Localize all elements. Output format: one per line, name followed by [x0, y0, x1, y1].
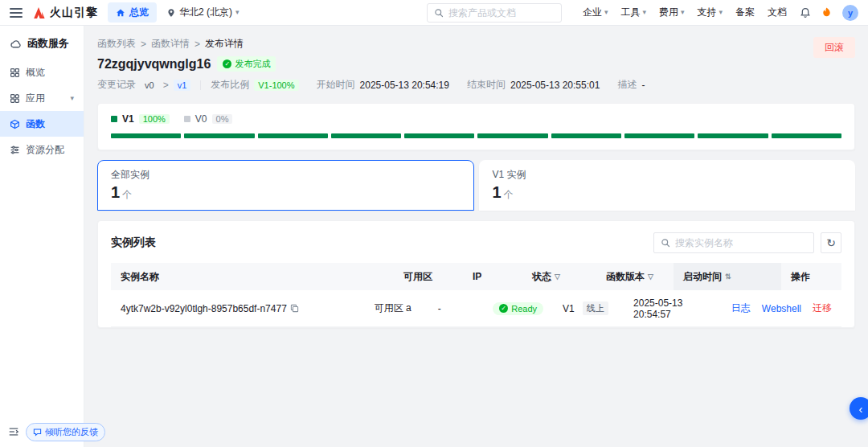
legend-v1-percent: 100%	[139, 114, 170, 124]
global-search	[427, 3, 562, 23]
cloud-service-icon	[10, 38, 22, 50]
search-icon	[434, 8, 444, 18]
progress-segment	[551, 133, 621, 138]
log-link[interactable]: 日志	[731, 301, 751, 315]
sort-icon[interactable]: ⇅	[725, 273, 731, 281]
sidebar-item-apps[interactable]: 应用 ▾	[0, 85, 84, 111]
sidebar-item-functions-label: 函数	[26, 117, 45, 131]
title-row: 72zgqjyvqwnglg16 ✓ 发布完成	[97, 56, 855, 72]
chevron-down-icon: ▾	[681, 9, 685, 16]
topbar: 火山引擎 总览 华北2 (北京) ▾ 企业 ▾ 工具 ▾ 费用 ▾	[0, 0, 868, 26]
global-search-input[interactable]	[448, 7, 555, 18]
chat-icon	[33, 428, 42, 437]
progress-segment	[331, 133, 401, 138]
bell-icon[interactable]	[800, 7, 811, 18]
tab-v1-instances[interactable]: V1 实例 1个	[479, 160, 856, 211]
copy-icon[interactable]	[290, 304, 299, 313]
volcengine-logo-icon	[32, 7, 45, 18]
refresh-button[interactable]: ↻	[821, 232, 841, 253]
breadcrumb-separator: >	[194, 39, 200, 50]
ratio-value-tag: V1-100%	[254, 80, 298, 91]
breadcrumb-function-detail[interactable]: 函数详情	[151, 37, 190, 51]
migrate-link[interactable]: 迁移	[813, 301, 832, 315]
tab-all-instances-count: 1个	[111, 183, 461, 202]
legend-v0: V0 0%	[184, 113, 233, 125]
chevron-down-icon: ▾	[642, 9, 646, 16]
home-icon	[116, 8, 125, 18]
menu-tools[interactable]: 工具 ▾	[620, 6, 646, 19]
menu-docs[interactable]: 文档	[768, 6, 787, 19]
chevron-down-icon: ▾	[235, 9, 240, 16]
progress-segment	[698, 133, 768, 138]
tab-all-instances[interactable]: 全部实例 1个	[97, 160, 474, 211]
menu-support[interactable]: 支持 ▾	[697, 6, 723, 19]
version-label: V1	[563, 303, 575, 314]
progress-segment	[624, 133, 694, 138]
feedback-button[interactable]: 倾听您的反馈	[26, 423, 105, 441]
sidebar-item-functions[interactable]: 函数	[0, 111, 84, 137]
sidebar-item-overview[interactable]: 概览	[0, 59, 84, 85]
cell-status: ✓ Ready	[483, 302, 553, 315]
legend-v0-label: V0	[195, 113, 207, 125]
chevron-down-icon: ▾	[719, 9, 723, 16]
breadcrumb-function-list[interactable]: 函数列表	[97, 37, 136, 51]
instance-list-card: 实例列表 ↻ 实例名称 可用区 IP 状态 ▽	[97, 220, 855, 328]
brand[interactable]: 火山引擎	[32, 6, 98, 20]
menu-enterprise-label: 企业	[583, 6, 602, 19]
check-icon: ✓	[499, 304, 508, 313]
overview-icon	[10, 68, 20, 78]
webshell-link[interactable]: Webshell	[762, 303, 801, 314]
count-unit: 个	[122, 189, 132, 200]
progress-legend: V1 100% V0 0%	[111, 113, 841, 125]
avatar[interactable]: y	[842, 5, 858, 21]
table-header: 实例名称 可用区 IP 状态 ▽ 函数版本 ▽ 启动时间 ⇅ 操作	[111, 263, 841, 290]
breadcrumb-separator: >	[141, 39, 146, 50]
filter-icon[interactable]: ▽	[648, 273, 653, 281]
sidebar-item-resources-label: 资源分配	[26, 143, 64, 157]
rewards-icon[interactable]	[821, 6, 833, 18]
page-title: 72zgqjyvqwnglg16	[97, 57, 211, 72]
instance-search-input[interactable]	[675, 237, 807, 248]
release-meta: 变更记录 v0 > v1 发布比例 V1-100% 开始时间 2025-05-1…	[97, 78, 855, 92]
column-version[interactable]: 函数版本 ▽	[596, 270, 674, 284]
menu-docs-label: 文档	[768, 6, 787, 19]
column-start-time[interactable]: 启动时间 ⇅	[674, 263, 781, 290]
sidebar-footer: 倾听您的反馈	[0, 416, 84, 447]
column-status[interactable]: 状态 ▽	[522, 270, 596, 284]
cell-actions: 日志 Webshell 迁移	[722, 301, 841, 315]
cell-ip: -	[428, 303, 483, 314]
release-progress-card: V1 100% V0 0%	[97, 103, 855, 150]
sidebar-title-label: 函数服务	[27, 36, 69, 51]
collapse-sidebar-icon[interactable]	[8, 426, 19, 437]
progress-segment	[477, 133, 547, 138]
menu-enterprise[interactable]: 企业 ▾	[583, 6, 608, 19]
menu-beian[interactable]: 备案	[735, 6, 755, 19]
filter-icon[interactable]: ▽	[555, 273, 560, 281]
column-actions: 操作	[781, 270, 841, 284]
start-time-label: 开始时间	[317, 78, 355, 92]
location-pin-icon	[166, 8, 176, 18]
start-time-value: 2025-05-13 20:54:19	[360, 80, 449, 91]
region-selector[interactable]: 华北2 (北京) ▾	[166, 6, 240, 19]
breadcrumb-release-detail: 发布详情	[205, 37, 244, 51]
function-icon	[10, 119, 20, 129]
resource-allocation-icon	[10, 145, 20, 155]
end-time-label: 结束时间	[467, 78, 506, 92]
status-badge: ✓ Ready	[493, 302, 543, 315]
description-value: -	[641, 80, 645, 91]
sidebar-title: 函数服务	[0, 26, 84, 59]
sidebar-item-resources[interactable]: 资源分配	[0, 137, 84, 162]
menu-tools-label: 工具	[620, 6, 640, 19]
nav-overview[interactable]: 总览	[108, 2, 157, 23]
collapse-panel-button[interactable]: ‹	[850, 397, 868, 420]
rollback-button[interactable]: 回滚	[813, 37, 855, 58]
menu-icon[interactable]	[10, 8, 23, 18]
table-row: 4ytk7w2b-v92yl0tlgh-8957b65df-n7477 可用区 …	[111, 290, 841, 327]
arrow-separator: >	[163, 80, 169, 91]
cell-start-time: 2025-05-13 20:54:57	[624, 297, 722, 320]
column-start-time-label: 启动时间	[683, 270, 722, 284]
topbar-icons: y	[800, 5, 858, 21]
check-icon: ✓	[223, 59, 231, 68]
menu-billing-label: 费用	[659, 6, 678, 19]
menu-billing[interactable]: 费用 ▾	[659, 6, 685, 19]
